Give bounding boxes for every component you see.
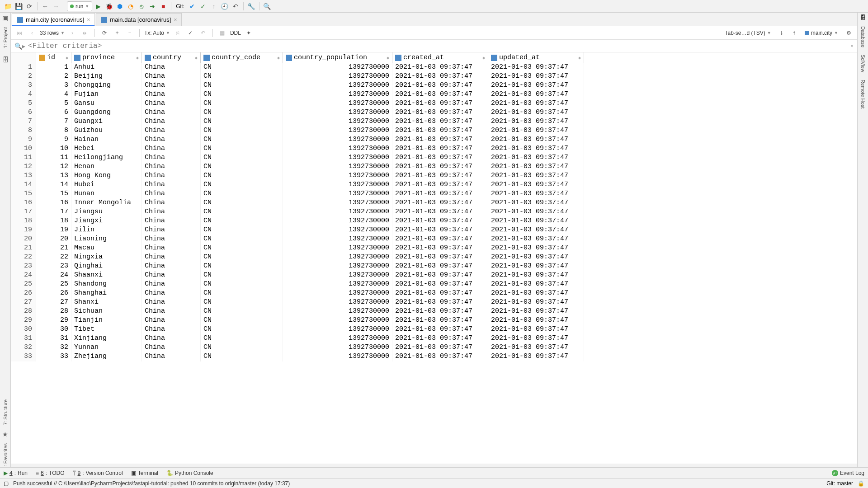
cell-updated-at[interactable]: 2021-01-03 09:37:47 <box>488 181 584 190</box>
cell-country-code[interactable]: CN <box>201 298 283 307</box>
cell-population[interactable]: 1392730000 <box>283 72 392 81</box>
cell-id[interactable]: 10 <box>36 145 71 154</box>
cell-country-code[interactable]: CN <box>201 280 283 289</box>
cell-province[interactable]: Ningxia <box>71 253 142 262</box>
cell-created-at[interactable]: 2021-01-03 09:37:47 <box>392 136 488 145</box>
cell-created-at[interactable]: 2021-01-03 09:37:47 <box>392 226 488 235</box>
cell-updated-at[interactable]: 2021-01-03 09:37:47 <box>488 154 584 163</box>
cell-population[interactable]: 1392730000 <box>283 343 392 352</box>
cell-country[interactable]: China <box>142 280 201 289</box>
cell-country[interactable]: China <box>142 172 201 181</box>
target-table-dropdown[interactable]: main.city▼ <box>802 30 841 36</box>
cell-population[interactable]: 1392730000 <box>283 271 392 280</box>
submit-icon[interactable]: ✓ <box>185 28 195 38</box>
cell-created-at[interactable]: 2021-01-03 09:37:47 <box>392 334 488 343</box>
cell-population[interactable]: 1392730000 <box>283 244 392 253</box>
cell-id[interactable]: 13 <box>36 172 71 181</box>
git-branch-label[interactable]: Git: master <box>826 480 853 487</box>
cell-country-code[interactable]: CN <box>201 226 283 235</box>
cell-updated-at[interactable]: 2021-01-03 09:37:47 <box>488 117 584 127</box>
cell-created-at[interactable]: 2021-01-03 09:37:47 <box>392 127 488 136</box>
commit-icon[interactable]: ⎘ <box>173 28 183 38</box>
table-row[interactable]: 66GuangdongChinaCN13927300002021-01-03 0… <box>11 108 857 117</box>
column-header-updated-at[interactable]: updated_at◆ <box>488 52 584 63</box>
cell-country[interactable]: China <box>142 352 201 361</box>
table-row[interactable]: 3131XinjiangChinaCN13927300002021-01-03 … <box>11 334 857 343</box>
run-tool-window-tab[interactable]: ▶4: Run <box>4 470 28 476</box>
cell-country[interactable]: China <box>142 190 201 199</box>
cell-country[interactable]: China <box>142 127 201 136</box>
cell-updated-at[interactable]: 2021-01-03 09:37:47 <box>488 262 584 271</box>
cell-id[interactable]: 9 <box>36 136 71 145</box>
cell-updated-at[interactable]: 2021-01-03 09:37:47 <box>488 190 584 199</box>
sync-icon[interactable]: ⟳ <box>24 1 34 11</box>
cell-population[interactable]: 1392730000 <box>283 136 392 145</box>
cell-population[interactable]: 1392730000 <box>283 145 392 154</box>
cell-country[interactable]: China <box>142 181 201 190</box>
ddl-label[interactable]: DDL <box>230 30 241 36</box>
cell-province[interactable]: Shandong <box>71 280 142 289</box>
table-row[interactable]: 3333ZhejiangChinaCN13927300002021-01-03 … <box>11 352 857 361</box>
coverage-icon[interactable]: ⬢ <box>115 1 125 11</box>
cell-updated-at[interactable]: 2021-01-03 09:37:47 <box>488 343 584 352</box>
cell-province[interactable]: Tibet <box>71 325 142 334</box>
cell-country[interactable]: China <box>142 163 201 172</box>
cell-population[interactable]: 1392730000 <box>283 262 392 271</box>
cell-created-at[interactable]: 2021-01-03 09:37:47 <box>392 181 488 190</box>
next-page-icon[interactable]: › <box>67 28 77 38</box>
column-header-id[interactable]: id◆ <box>36 52 71 63</box>
cell-country-code[interactable]: CN <box>201 136 283 145</box>
table-row[interactable]: 1717JiangsuChinaCN13927300002021-01-03 0… <box>11 208 857 217</box>
cell-updated-at[interactable]: 2021-01-03 09:37:47 <box>488 289 584 298</box>
cell-created-at[interactable]: 2021-01-03 09:37:47 <box>392 72 488 81</box>
cell-updated-at[interactable]: 2021-01-03 09:37:47 <box>488 271 584 280</box>
cell-created-at[interactable]: 2021-01-03 09:37:47 <box>392 208 488 217</box>
cell-id[interactable]: 8 <box>36 127 71 136</box>
cell-country-code[interactable]: CN <box>201 154 283 163</box>
cell-population[interactable]: 1392730000 <box>283 63 392 72</box>
table-row[interactable]: 2424ShaanxiChinaCN13927300002021-01-03 0… <box>11 271 857 280</box>
cell-province[interactable]: Henan <box>71 163 142 172</box>
sciview-tool-tab[interactable]: SciView <box>860 53 866 74</box>
cell-province[interactable]: Hunan <box>71 190 142 199</box>
cell-country-code[interactable]: CN <box>201 208 283 217</box>
cell-id[interactable]: 15 <box>36 190 71 199</box>
cell-created-at[interactable]: 2021-01-03 09:37:47 <box>392 199 488 208</box>
table-row[interactable]: 2222NingxiaChinaCN13927300002021-01-03 0… <box>11 253 857 262</box>
git-history-icon[interactable]: 🕘 <box>220 1 230 11</box>
table-row[interactable]: 11AnhuiChinaCN13927300002021-01-03 09:37… <box>11 63 857 72</box>
cell-country[interactable]: China <box>142 307 201 316</box>
ddl-icon[interactable]: ▦ <box>217 28 227 38</box>
cell-created-at[interactable]: 2021-01-03 09:37:47 <box>392 289 488 298</box>
cell-country[interactable]: China <box>142 298 201 307</box>
cell-updated-at[interactable]: 2021-01-03 09:37:47 <box>488 72 584 81</box>
cell-country[interactable]: China <box>142 117 201 127</box>
cell-country-code[interactable]: CN <box>201 235 283 244</box>
cell-population[interactable]: 1392730000 <box>283 81 392 90</box>
tx-mode-dropdown[interactable]: Tx: Auto▼ <box>144 30 170 36</box>
cell-population[interactable]: 1392730000 <box>283 127 392 136</box>
back-icon[interactable]: ← <box>40 1 50 11</box>
cell-population[interactable]: 1392730000 <box>283 217 392 226</box>
cell-country-code[interactable]: CN <box>201 217 283 226</box>
column-header-country[interactable]: country◆ <box>142 52 201 63</box>
cell-country[interactable]: China <box>142 199 201 208</box>
cell-updated-at[interactable]: 2021-01-03 09:37:47 <box>488 145 584 154</box>
table-row[interactable]: 3030TibetChinaCN13927300002021-01-03 09:… <box>11 325 857 334</box>
cell-province[interactable]: Macau <box>71 244 142 253</box>
cell-created-at[interactable]: 2021-01-03 09:37:47 <box>392 343 488 352</box>
cell-country[interactable]: China <box>142 72 201 81</box>
cell-province[interactable]: Jiangsu <box>71 208 142 217</box>
cell-updated-at[interactable]: 2021-01-03 09:37:47 <box>488 334 584 343</box>
cell-population[interactable]: 1392730000 <box>283 316 392 325</box>
cell-country[interactable]: China <box>142 90 201 99</box>
cell-created-at[interactable]: 2021-01-03 09:37:47 <box>392 172 488 181</box>
git-push-icon[interactable]: ↑ <box>209 1 219 11</box>
cell-id[interactable]: 27 <box>36 298 71 307</box>
cell-id[interactable]: 21 <box>36 244 71 253</box>
settings-gear-icon[interactable]: ⚙ <box>844 28 854 38</box>
debug-icon[interactable]: 🐞 <box>104 1 114 11</box>
table-row[interactable]: 99HainanChinaCN13927300002021-01-03 09:3… <box>11 136 857 145</box>
table-row[interactable]: 22BeijingChinaCN13927300002021-01-03 09:… <box>11 72 857 81</box>
cell-population[interactable]: 1392730000 <box>283 154 392 163</box>
